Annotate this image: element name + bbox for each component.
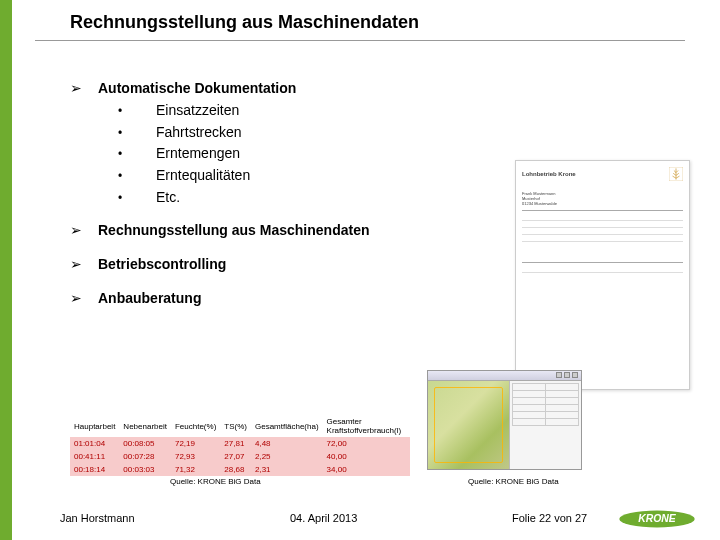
source-caption-2: Quelle: KRONE BiG Data (468, 477, 559, 486)
arrow-icon: ➢ (70, 256, 98, 272)
min-icon (556, 372, 562, 378)
bullet-2: ➢ Rechnungsstellung aus Maschinendaten (70, 222, 500, 238)
table-row: 00:18:14 00:03:03 71,32 28,68 2,31 34,00 (70, 463, 410, 476)
max-icon (564, 372, 570, 378)
close-icon (572, 372, 578, 378)
sub-4: Erntequalitäten (156, 165, 250, 187)
doc-line: 01234 Musterwalde (522, 201, 683, 206)
slide-title: Rechnungsstellung aus Maschinendaten (70, 12, 419, 33)
table-row: 01:01:04 00:08:05 72,19 27,81 4,48 72,00 (70, 437, 410, 450)
krone-logo-icon: KRONE (618, 508, 696, 530)
doc-table (522, 214, 683, 242)
window-titlebar (428, 371, 581, 381)
invoice-thumbnail: Lohnbetrieb Krone Frank Mustermann Muste… (515, 160, 690, 390)
sub-list: •Einsatzzeiten •Fahrtstrecken •Erntemeng… (118, 100, 500, 208)
sub-1: Einsatzzeiten (156, 100, 239, 122)
sub-2: Fahrtstrecken (156, 122, 242, 144)
footer-page: Folie 22 von 27 (512, 512, 587, 524)
col-head: Gesamter Kraftstoffverbrauch(l) (323, 415, 410, 437)
arrow-icon: ➢ (70, 80, 98, 96)
arrow-icon: ➢ (70, 290, 98, 306)
source-caption-1: Quelle: KRONE BiG Data (170, 477, 261, 486)
content-area: ➢ Automatische Dokumentation •Einsatzzei… (70, 80, 500, 310)
dot-icon: • (118, 102, 156, 121)
footer-date: 04. April 2013 (290, 512, 357, 524)
accent-bar (0, 0, 12, 540)
dot-icon: • (118, 145, 156, 164)
col-head: Feuchte(%) (171, 415, 220, 437)
dot-icon: • (118, 124, 156, 143)
col-head: Hauptarbeit (70, 415, 119, 437)
col-head: TS(%) (220, 415, 251, 437)
title-rule (35, 40, 685, 41)
wheat-icon (669, 167, 683, 181)
table-row: 00:41:11 00:07:28 72,93 27,07 2,25 40,00 (70, 450, 410, 463)
dot-icon: • (118, 167, 156, 186)
harvest-data-table: Hauptarbeit Nebenarbeit Feuchte(%) TS(%)… (70, 415, 410, 476)
field-map (428, 381, 509, 469)
sub-3: Erntemengen (156, 143, 240, 165)
arrow-icon: ➢ (70, 222, 98, 238)
col-head: Gesamtfläche(ha) (251, 415, 323, 437)
app-screenshot (427, 370, 582, 470)
bullet-4: ➢ Anbauberatung (70, 290, 500, 306)
data-panel (509, 381, 581, 469)
bullet-3: ➢ Betriebscontrolling (70, 256, 500, 272)
bullet-1: ➢ Automatische Dokumentation (70, 80, 500, 96)
bullet-1-text: Automatische Dokumentation (98, 80, 296, 96)
bullet-4-text: Anbauberatung (98, 290, 201, 306)
sub-5: Etc. (156, 187, 180, 209)
doc-title: Lohnbetrieb Krone (522, 171, 576, 177)
dot-icon: • (118, 189, 156, 208)
bullet-3-text: Betriebscontrolling (98, 256, 226, 272)
footer-author: Jan Horstmann (60, 512, 135, 524)
col-head: Nebenarbeit (119, 415, 171, 437)
logo-text: KRONE (638, 513, 677, 524)
bullet-2-text: Rechnungsstellung aus Maschinendaten (98, 222, 370, 238)
